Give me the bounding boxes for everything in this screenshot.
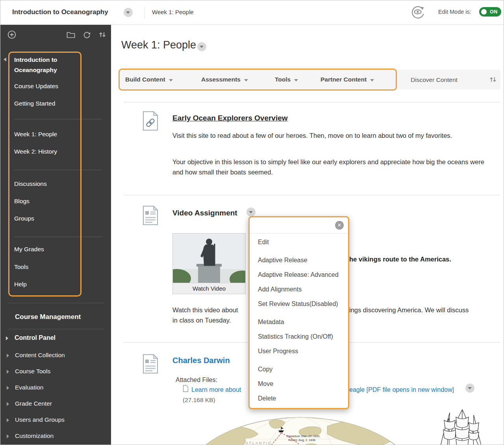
- toggle-dot: [481, 9, 487, 15]
- sidebar-item-my-grades[interactable]: My Grades: [14, 245, 44, 254]
- menu-item-set-review-status[interactable]: Set Review Status(Disabled): [250, 297, 348, 311]
- blackboard-window: Introduction to Oceanography Week 1: Peo…: [0, 0, 504, 445]
- description-fragment: ings discovering America. We will discus…: [349, 305, 469, 315]
- sidebar-item-help[interactable]: Help: [14, 280, 27, 289]
- folder-icon[interactable]: [67, 32, 75, 40]
- sidebar-course-name[interactable]: Introduction to Oceanography: [14, 55, 77, 75]
- menu-divider: [14, 170, 102, 170]
- map-return-label: Return: Aug. 2, 1836: [288, 438, 315, 442]
- edit-mode-toggle[interactable]: ON: [479, 7, 501, 17]
- document-link-icon: [142, 111, 159, 132]
- map-departure-label: Departure: Dec. 27, 1831: [287, 434, 320, 438]
- item-description: Your objective in this lesson is to simp…: [172, 157, 487, 177]
- menu-item-adaptive-release[interactable]: Adaptive Release: [250, 253, 348, 267]
- menu-divider: [14, 237, 102, 237]
- close-icon[interactable]: [335, 221, 344, 230]
- page-title-menu-button[interactable]: [197, 42, 206, 51]
- reorder-up-down-icon[interactable]: [98, 31, 106, 40]
- chevron-right-icon: [7, 402, 9, 406]
- sidebar-item-blogs[interactable]: Blogs: [14, 197, 30, 206]
- add-menu-item-icon[interactable]: [7, 30, 16, 41]
- item-title-link[interactable]: Charles Darwin: [172, 356, 230, 365]
- map-ocean-label: ATLANTIC: [245, 441, 272, 445]
- watch-video-caption: Watch Video: [173, 283, 245, 294]
- reorder-items-icon[interactable]: [489, 76, 497, 85]
- sidebar-item-tools[interactable]: Tools: [14, 263, 28, 271]
- breadcrumb: Week 1: People: [152, 9, 194, 15]
- course-title: Introduction to Oceanography: [12, 8, 108, 16]
- sidebar-item-control-panel[interactable]: Control Panel: [15, 334, 56, 341]
- menu-item-copy[interactable]: Copy: [250, 362, 348, 376]
- sidebar-item-course-updates[interactable]: Course Updates: [14, 82, 58, 91]
- menu-item-metadata[interactable]: Metadata: [250, 315, 348, 329]
- menu-item-move[interactable]: Move: [250, 376, 348, 391]
- refresh-icon[interactable]: [83, 31, 91, 41]
- sidebar-item-discussions[interactable]: Discussions: [14, 180, 47, 188]
- chevron-down-icon: [244, 79, 248, 82]
- edit-mode-value: ON: [490, 9, 498, 15]
- menu-item-adaptive-release-advanced[interactable]: Adaptive Release: Advanced: [250, 267, 348, 282]
- file-size: (27.168 KB): [183, 395, 215, 405]
- sidebar-item-users-and-groups[interactable]: Users and Groups: [15, 416, 65, 423]
- sidebar-item-week-2-history[interactable]: Week 2: History: [14, 147, 57, 156]
- assessments-button[interactable]: Assessments: [201, 76, 248, 83]
- discover-content-button[interactable]: Discover Content: [411, 76, 458, 83]
- course-sidebar: Introduction to Oceanography Course Upda…: [0, 25, 111, 445]
- description-fragment-bold: he vikings route to the Americas.: [349, 256, 451, 263]
- chevron-down-icon: [468, 387, 472, 389]
- partner-content-button[interactable]: Partner Content: [321, 76, 374, 83]
- page-title: Week 1: People: [121, 39, 196, 51]
- description-fragment: Watch this video about: [172, 305, 238, 315]
- section-divider: [7, 303, 104, 303]
- build-content-button[interactable]: Build Content: [125, 76, 173, 83]
- item-title-link[interactable]: Early Ocean Explorers Overview: [172, 114, 288, 122]
- statue-image: [173, 234, 245, 283]
- header-divider: [145, 7, 145, 19]
- document-text-icon: [142, 354, 159, 375]
- menu-item-user-progress[interactable]: User Progress: [250, 344, 348, 358]
- expand-control-panel-icon[interactable]: [6, 336, 8, 340]
- sidebar-item-course-tools[interactable]: Course Tools: [15, 368, 50, 375]
- collapse-menu-icon[interactable]: [4, 57, 6, 61]
- sidebar-item-evaluation[interactable]: Evaluation: [15, 384, 43, 391]
- chevron-right-icon: [7, 354, 9, 358]
- sidebar-item-customization[interactable]: Customization: [15, 432, 54, 439]
- menu-item-delete[interactable]: Delete: [250, 391, 348, 406]
- ship-illustration: [435, 409, 485, 445]
- menu-item-add-alignments[interactable]: Add Alignments: [250, 282, 348, 297]
- document-text-icon: [142, 206, 159, 227]
- menu-item-statistics-tracking[interactable]: Statistics Tracking (On/Off): [250, 329, 348, 344]
- content-item-early-ocean-explorers: Early Ocean Explorers Overview Visit thi…: [124, 102, 500, 195]
- chevron-down-icon: [370, 79, 374, 82]
- chevron-right-icon: [7, 370, 9, 374]
- menu-divider: [14, 119, 102, 119]
- video-thumbnail[interactable]: Watch Video: [172, 233, 246, 294]
- chevron-right-icon: [7, 418, 9, 422]
- sidebar-item-getting-started[interactable]: Getting Started: [14, 99, 55, 108]
- tools-button[interactable]: Tools: [275, 76, 298, 83]
- chevron-down-icon: [294, 79, 298, 82]
- menu-item-edit[interactable]: Edit: [250, 235, 348, 249]
- attached-file-link-fragment[interactable]: eagle [PDF file opens in new window]: [349, 385, 454, 395]
- file-icon: [183, 385, 189, 394]
- sidebar-item-content-collection[interactable]: Content Collection: [15, 352, 65, 359]
- item-menu-button[interactable]: [246, 208, 256, 217]
- description-fragment: in class on Tuesday.: [172, 315, 231, 326]
- sidebar-item-week-1-people[interactable]: Week 1: People: [14, 130, 57, 139]
- attached-files-label: Attached Files:: [176, 375, 217, 385]
- edit-mode-label: Edit Mode is:: [438, 9, 471, 15]
- chevron-down-icon: [169, 79, 173, 82]
- context-menu-list: Edit Adaptive Release Adaptive Release: …: [250, 235, 348, 406]
- sidebar-item-grade-center[interactable]: Grade Center: [15, 400, 52, 407]
- sidebar-item-groups[interactable]: Groups: [14, 214, 34, 223]
- attached-file-link-fragment[interactable]: Learn more about: [191, 385, 241, 395]
- item-title[interactable]: Video Assignment: [172, 209, 237, 217]
- file-menu-button[interactable]: [465, 384, 474, 393]
- course-title-menu-button[interactable]: [124, 8, 133, 17]
- content-area: Week 1: People Build Content Assessments…: [111, 25, 504, 445]
- top-header: Introduction to Oceanography Week 1: Peo…: [0, 0, 504, 25]
- student-preview-icon[interactable]: [410, 5, 426, 21]
- chevron-right-icon: [7, 434, 9, 438]
- item-context-menu: Edit Adaptive Release Adaptive Release: …: [248, 216, 349, 409]
- chevron-down-icon: [126, 11, 130, 14]
